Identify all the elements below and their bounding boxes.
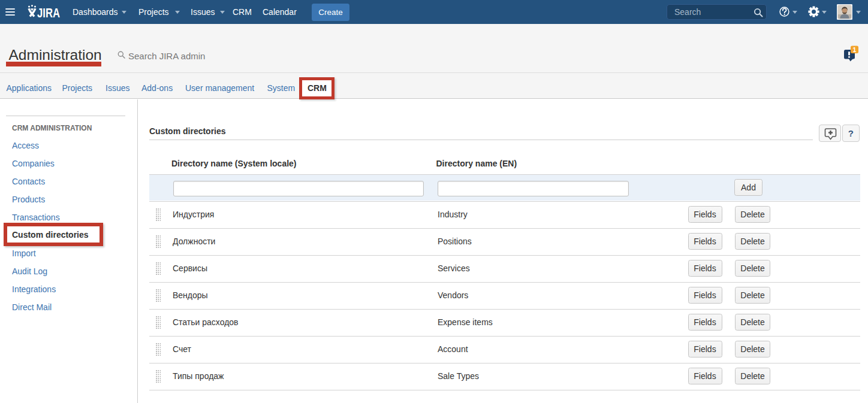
svg-text:1: 1 (853, 46, 857, 53)
